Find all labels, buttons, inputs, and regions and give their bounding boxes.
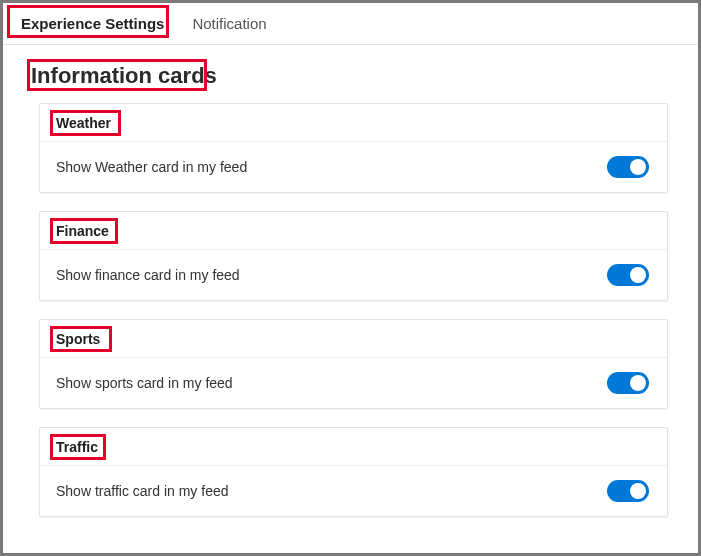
card-title-sports: Sports [56,331,100,347]
card-sports: Sports Show sports card in my feed [39,319,668,409]
section-title: Information cards [31,63,698,89]
row-label-weather: Show Weather card in my feed [56,159,247,175]
tabs-bar: Experience Settings Notification [3,3,698,45]
card-weather: Weather Show Weather card in my feed [39,103,668,193]
row-label-sports: Show sports card in my feed [56,375,233,391]
card-traffic: Traffic Show traffic card in my feed [39,427,668,517]
card-title-traffic: Traffic [56,439,98,455]
toggle-finance[interactable] [607,264,649,286]
tab-notification[interactable]: Notification [182,5,284,42]
card-row-sports: Show sports card in my feed [40,358,667,408]
toggle-weather[interactable] [607,156,649,178]
card-header-finance: Finance [40,212,667,250]
card-finance: Finance Show finance card in my feed [39,211,668,301]
card-row-finance: Show finance card in my feed [40,250,667,300]
toggle-traffic[interactable] [607,480,649,502]
row-label-finance: Show finance card in my feed [56,267,240,283]
card-title-weather: Weather [56,115,111,131]
row-label-traffic: Show traffic card in my feed [56,483,228,499]
toggle-sports[interactable] [607,372,649,394]
card-header-weather: Weather [40,104,667,142]
section-title-wrap: Information cards [3,45,698,97]
card-title-finance: Finance [56,223,109,239]
card-header-traffic: Traffic [40,428,667,466]
card-header-sports: Sports [40,320,667,358]
card-row-traffic: Show traffic card in my feed [40,466,667,516]
tab-experience-settings[interactable]: Experience Settings [11,5,182,42]
cards-container: Weather Show Weather card in my feed Fin… [3,97,698,517]
card-row-weather: Show Weather card in my feed [40,142,667,192]
